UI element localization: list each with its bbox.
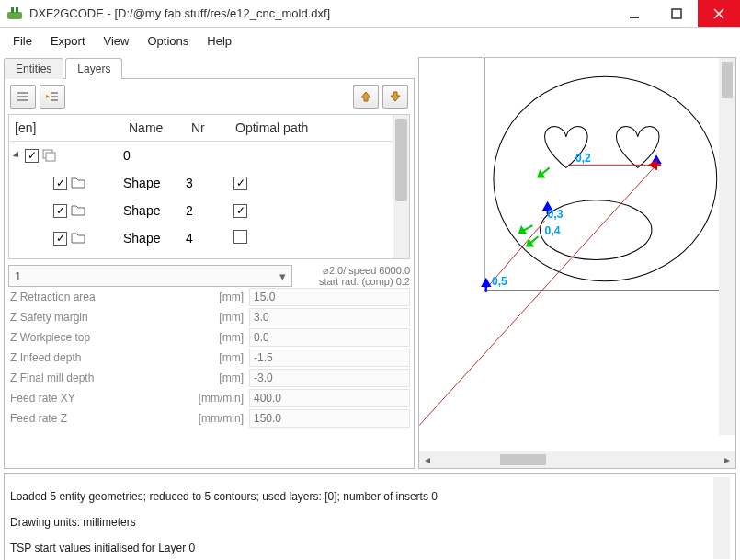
svg-marker-26 — [519, 227, 525, 233]
tool-info: ⌀2.0/ speed 6000.0 start rad. (comp) 0.2 — [292, 265, 410, 287]
shape-icon — [71, 177, 85, 189]
indent-left-button[interactable] — [10, 85, 36, 109]
maximize-button[interactable] — [655, 0, 698, 27]
tab-entities[interactable]: Entities — [4, 58, 63, 79]
drawing-svg: 0,2 0,3 0,4 0,5 — [419, 58, 735, 451]
left-panel: Entities Layers [en] Name — [0, 53, 418, 469]
tree-row-shape[interactable]: Shape 3 — [9, 169, 393, 197]
svg-text:0,4: 0,4 — [545, 224, 561, 237]
col-enable[interactable]: [en] — [9, 115, 123, 141]
window-title: DXF2GCODE - [D:/@my fab stuff/res/e12_cn… — [29, 6, 613, 20]
layers-panel: [en] Name Nr Optimal path 0 — [4, 78, 415, 469]
expand-icon[interactable] — [13, 151, 21, 159]
tree-cell-nr: 3 — [186, 176, 230, 190]
tree-row-shape[interactable]: Shape 2 — [9, 197, 393, 224]
checkbox[interactable] — [53, 232, 67, 246]
svg-marker-13 — [46, 95, 50, 98]
menu-options[interactable]: Options — [138, 30, 198, 51]
checkbox[interactable] — [53, 177, 67, 190]
col-nr[interactable]: Nr — [186, 115, 230, 141]
param-value[interactable]: 150.0 — [249, 409, 410, 428]
param-label: Feed rate Z — [8, 412, 192, 425]
shape-icon — [71, 232, 85, 245]
tree-row-shape[interactable]: Shape 4 — [9, 224, 393, 252]
tree-cell-name: Shape — [123, 203, 186, 218]
tool-combo[interactable]: 1 ▾ — [8, 265, 292, 287]
param-value[interactable]: 3.0 — [249, 308, 410, 326]
svg-text:0,5: 0,5 — [492, 275, 507, 288]
param-unit: [mm] — [192, 331, 249, 344]
layer-icon — [42, 149, 57, 162]
tab-layers[interactable]: Layers — [65, 58, 122, 79]
param-unit: [mm] — [192, 351, 249, 364]
parameters-area: 1 ▾ ⌀2.0/ speed 6000.0 start rad. (comp)… — [8, 265, 410, 429]
minimize-button[interactable] — [613, 0, 655, 27]
param-row: Feed rate Z[mm/min]150.0 — [8, 408, 410, 429]
param-value[interactable]: 0.0 — [249, 328, 410, 347]
close-button[interactable] — [698, 0, 740, 27]
indent-right-button[interactable] — [40, 85, 65, 109]
param-label: Z Infeed depth — [8, 351, 192, 364]
param-row: Z Retraction area[mm]15.0 — [8, 287, 410, 307]
param-unit: [mm] — [192, 371, 249, 384]
param-value[interactable]: 400.0 — [249, 389, 410, 407]
checkbox-optimal[interactable] — [233, 230, 247, 244]
svg-marker-34 — [483, 280, 490, 286]
col-name[interactable]: Name — [123, 115, 186, 141]
log-scrollbar[interactable] — [713, 477, 730, 559]
shape-icon — [71, 204, 85, 217]
combo-value: 1 — [15, 269, 21, 283]
param-value[interactable]: -1.5 — [249, 349, 410, 367]
chevron-down-icon: ▾ — [279, 269, 286, 283]
param-value[interactable]: 15.0 — [249, 288, 410, 306]
canvas-hscrollbar[interactable]: ◂ ▸ — [419, 451, 735, 468]
checkbox-optimal[interactable] — [233, 204, 247, 218]
svg-rect-0 — [7, 12, 22, 19]
scroll-left-icon[interactable]: ◂ — [419, 453, 436, 466]
param-row: Z Safety margin[mm]3.0 — [8, 307, 410, 327]
tree-cell-name: Shape — [123, 231, 186, 246]
tree-cell-nr: 2 — [186, 203, 230, 218]
checkbox[interactable] — [25, 149, 39, 163]
canvas-vscrollbar[interactable] — [719, 58, 735, 435]
scroll-right-icon[interactable]: ▸ — [719, 453, 735, 466]
col-optimal[interactable]: Optimal path — [230, 115, 393, 141]
tree-header: [en] Name Nr Optimal path — [9, 115, 393, 142]
move-down-button[interactable] — [382, 85, 408, 109]
param-label: Z Safety margin — [8, 311, 192, 324]
menu-export[interactable]: Export — [41, 30, 95, 51]
svg-point-18 — [494, 76, 717, 281]
svg-marker-36 — [650, 161, 656, 168]
param-unit: [mm/min] — [192, 412, 249, 425]
checkbox[interactable] — [53, 204, 67, 218]
window-controls — [613, 0, 740, 27]
tab-bar: Entities Layers — [4, 58, 415, 79]
tree-cell-name: Shape — [123, 176, 186, 190]
preview-canvas[interactable]: 0,2 0,3 0,4 0,5 ◂ ▸ — [418, 57, 736, 469]
checkbox-optimal[interactable] — [233, 177, 247, 190]
svg-text:0,2: 0,2 — [575, 152, 591, 165]
log-text[interactable]: Loaded 5 entity geometries; reduced to 5… — [10, 477, 713, 559]
param-label: Z Workpiece top — [8, 331, 192, 344]
menu-file[interactable]: File — [4, 30, 41, 51]
svg-rect-2 — [16, 7, 18, 13]
title-bar: DXF2GCODE - [D:/@my fab stuff/res/e12_cn… — [0, 0, 740, 28]
layers-toolbar — [8, 83, 410, 110]
menu-view[interactable]: View — [95, 30, 139, 51]
svg-rect-4 — [672, 9, 681, 18]
svg-line-20 — [419, 165, 656, 425]
tree-row-layer-0[interactable]: 0 — [9, 142, 393, 169]
param-row: Z Final mill depth[mm]-3.0 — [8, 368, 410, 388]
move-up-button[interactable] — [353, 85, 379, 109]
layers-tree[interactable]: [en] Name Nr Optimal path 0 — [9, 115, 393, 258]
param-label: Z Retraction area — [8, 291, 192, 303]
param-unit: [mm] — [192, 311, 249, 324]
svg-rect-15 — [46, 153, 55, 161]
svg-rect-1 — [11, 7, 14, 13]
tree-scrollbar[interactable] — [393, 115, 409, 258]
param-unit: [mm/min] — [192, 392, 249, 405]
svg-text:0,3: 0,3 — [548, 208, 564, 221]
param-value[interactable]: -3.0 — [249, 369, 410, 387]
menu-bar: File Export View Options Help — [0, 28, 740, 53]
menu-help[interactable]: Help — [198, 30, 241, 51]
